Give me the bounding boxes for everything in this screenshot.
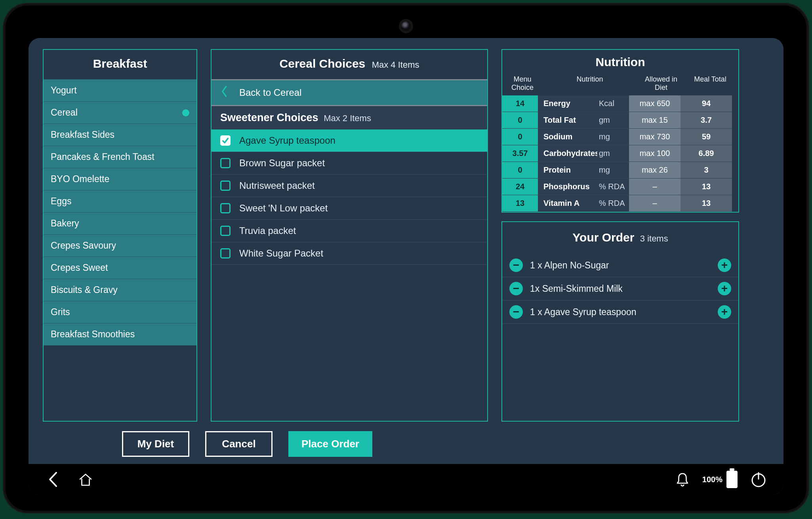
- nut-unit: mg: [597, 162, 629, 179]
- sidebar-item-label: Breakfast Sides: [51, 129, 114, 140]
- sidebar-item[interactable]: Grits: [44, 301, 196, 323]
- camera-dot: [401, 21, 411, 31]
- sidebar-panel: Breakfast YogurtCerealBreakfast SidesPan…: [43, 49, 197, 422]
- nutrition-column-headers: Menu Choice Nutrition Allowed in Diet Me…: [502, 73, 738, 95]
- sidebar-item-label: Bakery: [51, 218, 79, 229]
- sidebar-item[interactable]: Crepes Savoury: [44, 234, 196, 257]
- checkbox-icon: [220, 203, 231, 213]
- minus-icon[interactable]: −: [509, 282, 523, 295]
- nut-value: 0: [502, 112, 538, 129]
- nut-name: Phosphorus: [538, 179, 597, 195]
- my-diet-button[interactable]: My Diet: [122, 431, 189, 457]
- choice-item[interactable]: Sweet 'N Low packet: [212, 197, 487, 220]
- nutrition-row: 24Phosphorus% RDA–13: [502, 179, 738, 195]
- sidebar-item-label: Grits: [51, 307, 70, 317]
- nut-value: 14: [502, 95, 538, 112]
- minus-icon[interactable]: −: [509, 259, 523, 272]
- nut-head-choice: Menu Choice: [505, 75, 540, 91]
- nut-unit: mg: [597, 129, 629, 145]
- choice-label: White Sugar Packet: [239, 248, 323, 259]
- plus-icon[interactable]: +: [718, 305, 731, 319]
- minus-icon[interactable]: −: [509, 305, 523, 319]
- choice-label: Brown Sugar packet: [239, 158, 325, 169]
- nutrition-row: 14EnergyKcalmax 65094: [502, 95, 738, 112]
- sidebar-item[interactable]: Pancakes & French Toast: [44, 146, 196, 168]
- nut-unit: gm: [597, 145, 629, 162]
- order-item-label: 1 x Agave Syrup teaspoon: [530, 307, 711, 317]
- nut-head-total: Meal Total: [684, 75, 736, 91]
- action-bar: My Diet Cancel Place Order: [43, 422, 488, 457]
- order-title-text: Your Order: [572, 231, 634, 244]
- sidebar-category-list: YogurtCerealBreakfast SidesPancakes & Fr…: [44, 79, 196, 346]
- nut-total: 13: [680, 195, 732, 212]
- choice-item[interactable]: Nutrisweet packet: [212, 175, 487, 197]
- sidebar-item-label: Biscuits & Gravy: [51, 285, 118, 295]
- sidebar-item[interactable]: Bakery: [44, 212, 196, 234]
- checkbox-icon: [220, 158, 231, 168]
- back-icon[interactable]: [44, 470, 63, 489]
- sidebar-item[interactable]: Breakfast Sides: [44, 124, 196, 146]
- sidebar-item[interactable]: Crepes Sweet: [44, 257, 196, 279]
- nut-unit: Kcal: [597, 95, 629, 112]
- sidebar-item-label: BYO Omelette: [51, 174, 109, 184]
- active-dot-icon: [182, 109, 189, 116]
- choice-item[interactable]: Agave Syrup teaspoon: [212, 129, 487, 152]
- sidebar-item[interactable]: Breakfast Smoothies: [44, 323, 196, 346]
- order-items: −1 x Alpen No-Sugar+−1x Semi-Skimmed Mil…: [502, 254, 738, 324]
- sidebar-item-label: Eggs: [51, 196, 71, 207]
- nutrition-row: 0Proteinmgmax 263: [502, 162, 738, 179]
- right-column: Nutrition Menu Choice Nutrition Allowed …: [501, 49, 739, 422]
- nut-name: Total Fat: [538, 112, 597, 129]
- chevron-left-icon: [221, 86, 228, 99]
- home-icon[interactable]: [78, 471, 93, 487]
- choice-item[interactable]: Truvia packet: [212, 220, 487, 242]
- nut-total: 3.7: [680, 112, 732, 129]
- sidebar-item[interactable]: BYO Omelette: [44, 168, 196, 190]
- system-taskbar: 100%: [29, 464, 783, 495]
- tablet-frame: Breakfast YogurtCerealBreakfast SidesPan…: [4, 4, 808, 512]
- back-to-cereal-button[interactable]: Back to Cereal: [212, 79, 487, 106]
- choice-item[interactable]: Brown Sugar packet: [212, 152, 487, 175]
- order-item: −1 x Agave Syrup teaspoon+: [502, 300, 738, 324]
- sidebar-item[interactable]: Eggs: [44, 190, 196, 212]
- nutrition-title: Nutrition: [502, 50, 738, 73]
- nut-total: 94: [680, 95, 732, 112]
- choices-title-sub: Max 4 Items: [372, 60, 419, 70]
- nut-unit: % RDA: [597, 195, 629, 212]
- screen: Breakfast YogurtCerealBreakfast SidesPan…: [29, 38, 783, 495]
- order-panel: Your Order 3 items −1 x Alpen No-Sugar+−…: [501, 221, 739, 422]
- nut-allowed: –: [629, 179, 680, 195]
- sidebar-item-label: Yogurt: [51, 85, 77, 96]
- order-item: −1x Semi-Skimmed Milk+: [502, 277, 738, 300]
- nutrition-row: 0Sodiummgmax 73059: [502, 129, 738, 145]
- battery-percent: 100%: [702, 475, 722, 484]
- nut-allowed: max 26: [629, 162, 680, 179]
- choice-label: Agave Syrup teaspoon: [239, 135, 335, 146]
- sidebar-title: Breakfast: [44, 50, 196, 79]
- nutrition-rows: 14EnergyKcalmax 650940Total Fatgmmax 153…: [502, 95, 738, 212]
- sidebar-item[interactable]: Yogurt: [44, 79, 196, 101]
- power-icon[interactable]: [749, 470, 768, 489]
- bell-icon[interactable]: [675, 471, 690, 487]
- plus-icon[interactable]: +: [718, 259, 731, 272]
- sidebar-item[interactable]: Biscuits & Gravy: [44, 279, 196, 301]
- nut-name: Sodium: [538, 129, 597, 145]
- subgroup-sub: Max 2 Items: [324, 113, 371, 123]
- nutrition-row: 0Total Fatgmmax 153.7: [502, 112, 738, 129]
- sidebar-item[interactable]: Cereal: [44, 101, 196, 124]
- place-order-button[interactable]: Place Order: [288, 431, 372, 457]
- nut-allowed: max 650: [629, 95, 680, 112]
- subgroup-title: Sweetener Choices: [220, 112, 318, 124]
- choices-title-text: Cereal Choices: [280, 57, 366, 70]
- choice-list: Agave Syrup teaspoonBrown Sugar packetNu…: [212, 129, 487, 265]
- choice-label: Truvia packet: [239, 225, 296, 236]
- nut-allowed: –: [629, 195, 680, 212]
- plus-icon[interactable]: +: [718, 282, 731, 295]
- sidebar-item-label: Crepes Sweet: [51, 262, 108, 273]
- nut-allowed: max 15: [629, 112, 680, 129]
- nut-value: 0: [502, 129, 538, 145]
- choice-item[interactable]: White Sugar Packet: [212, 242, 487, 265]
- nut-head-allowed: Allowed in Diet: [639, 75, 683, 91]
- sidebar-item-label: Breakfast Smoothies: [51, 329, 135, 340]
- cancel-button[interactable]: Cancel: [205, 431, 273, 457]
